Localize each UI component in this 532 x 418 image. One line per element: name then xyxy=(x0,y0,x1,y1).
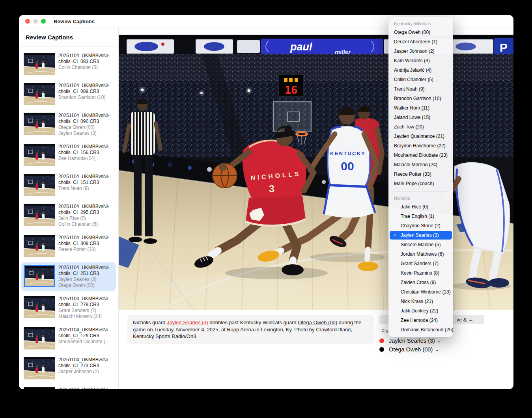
dropdown-item[interactable]: Mouhamed Dioubate (23) xyxy=(388,150,453,160)
dropdown-item[interactable]: Braydon Hawthorne (22) xyxy=(388,141,453,150)
dropdown-item[interactable]: Collin Chandler (5) xyxy=(388,75,453,84)
dropdown-item[interactable]: Grant Sanders (7) xyxy=(388,259,453,268)
dropdown-item[interactable]: Mark Pope (coach) xyxy=(388,179,453,188)
dropdown-item-label: Kam Williams (3) xyxy=(394,58,430,63)
thumbnail-player-tag: Jaylen Searles (3) xyxy=(58,277,109,282)
caption-segment: Nicholls guard xyxy=(133,320,167,325)
dropdown-item[interactable]: Nick Krass (21) xyxy=(388,297,453,306)
banner-text-miller: miller xyxy=(335,48,351,55)
photo-thumbnail xyxy=(24,53,55,75)
dropdown-item[interactable]: Brandon Garrison (10) xyxy=(388,94,453,103)
dropdown-item[interactable]: Jasper Johnson (2) xyxy=(388,46,453,56)
dropdown-item-label: Chaydon Stone (2) xyxy=(401,223,441,229)
dropdown-item[interactable]: Otega Oweh (00) xyxy=(388,28,453,37)
photo-thumbnail xyxy=(24,113,55,135)
zoom-button[interactable] xyxy=(41,19,46,24)
dropdown-item[interactable]: Malachi Moreno (24) xyxy=(388,160,453,169)
thumbnail-art xyxy=(24,327,55,349)
list-item[interactable]: 20251104_UKMBBvsNi-cholls_CI_090.CR3 Ote… xyxy=(21,110,116,139)
thumbnail-player-tag: Otega Oweh (00) xyxy=(58,282,109,288)
dropdown-item[interactable]: Chaydon Stone (2) xyxy=(388,221,453,230)
list-item[interactable]: 20251104_UKMBBvsNi-cholls_CI_273.CR3 Jas… xyxy=(21,355,116,382)
thumbnail-player-tag: Mouhamed Dioubate (… xyxy=(58,339,110,345)
list-item[interactable]: 20251104_UKMBBvsNi- xyxy=(21,385,116,389)
list-item[interactable]: 20251104_UKMBBvsNi-cholls_CI_151.CR3 Tre… xyxy=(21,171,116,199)
photo-thumbnail xyxy=(24,83,55,105)
thumbnail-players: Jasper Johnson (2) xyxy=(58,369,109,375)
thumbnail-players: Zee Hamoda (24) xyxy=(58,156,109,162)
thumbnail-art xyxy=(24,83,55,105)
dropdown-item-label: Jaylen Searles (3) xyxy=(401,232,439,238)
thumbnail-filename: 20251104_UKMBBvsNi-cholls_CI_279.CR3 xyxy=(58,296,109,308)
dropdown-item[interactable]: Sincere Malone (5) xyxy=(388,240,453,249)
dropdown-item[interactable]: Andrija Jelavić (4) xyxy=(388,65,453,75)
photo-thumbnail xyxy=(24,174,55,196)
player-selection-dropdown[interactable]: Jaylen Searles (3)⌄ xyxy=(379,337,441,345)
dropdown-item[interactable]: Zach Tow (20) xyxy=(388,122,453,132)
thumbnail-art xyxy=(24,357,55,379)
photo-thumbnail xyxy=(24,387,55,389)
list-item[interactable]: 20251104_UKMBBvsNi-cholls_CI_251.CR3 Jay… xyxy=(21,262,116,291)
list-item[interactable]: 20251104_UKMBBvsNi-cholls_CI_156.CR3 Zee… xyxy=(21,141,116,169)
list-item[interactable]: 20251104_UKMBBvsNi-cholls_CI_309.CR3 Ree… xyxy=(21,232,116,260)
dropdown-item[interactable]: Jalin Rice (0) xyxy=(388,202,453,212)
close-button[interactable] xyxy=(25,19,30,24)
dropdown-item-label: Walker Horn (11) xyxy=(394,105,429,111)
thumbnail-filename: 20251104_UKMBBvsNi-cholls_CI_151.CR3 xyxy=(58,174,109,186)
dropdown-item-label: Mouhamed Dioubate (23) xyxy=(394,152,448,158)
game-photo-art: paul miller P xyxy=(119,35,513,310)
dropdown-section-header: Kentucky Wildcats xyxy=(388,20,453,28)
dropdown-item[interactable]: Reece Potter (33) xyxy=(388,169,453,179)
list-item[interactable]: 20251104_UKMBBvsNi-cholls_CI_295.CR3 Jal… xyxy=(21,201,116,230)
dropdown-item-label: Trae English (1) xyxy=(401,214,434,219)
sidebar: Review Captions xyxy=(19,28,119,389)
thumbnail-filename: 20251104_UKMBBvsNi-cholls_CI_156.CR3 xyxy=(58,144,109,156)
dropdown-item[interactable]: Zee Hamoda (24) xyxy=(388,316,453,325)
dropdown-item[interactable]: Zaiden Cross (9) xyxy=(388,278,453,287)
minimize-button[interactable] xyxy=(33,19,38,24)
dropdown-item[interactable]: Kevin Pazmino (8) xyxy=(388,268,453,278)
thumbnail-player-tag: Otega Oweh (00) xyxy=(58,124,109,130)
caption-segment: dribbles past Kentucky Wildcats guard xyxy=(208,320,298,325)
dropdown-item[interactable]: Domanic Betancourt (25) xyxy=(388,325,453,334)
dropdown-item[interactable]: Jalik Dunkley (22) xyxy=(388,306,453,316)
dropdown-item[interactable]: Christian Winborne (13) xyxy=(388,287,453,297)
thumbnail-players: Otega Oweh (00)Jaylen Searles (3) xyxy=(58,124,109,136)
dropdown-item-label: Nick Krass (21) xyxy=(401,299,433,304)
caption-player-link[interactable]: Otega Oweh (00) xyxy=(298,320,337,325)
thumbnail-player-tag: Collin Chandler (5) xyxy=(58,65,109,71)
chevron-down-icon: ⌄ xyxy=(437,339,441,343)
dropdown-item[interactable]: Trent Noah (9) xyxy=(388,84,453,94)
dropdown-item[interactable]: Jordan Matthews (6) xyxy=(388,249,453,259)
dropdown-item-label: Christian Winborne (13) xyxy=(401,289,451,295)
caption-player-link[interactable]: Jaylen Searles (3) xyxy=(167,320,208,325)
thumbnail-players: Mouhamed Dioubate (… xyxy=(58,339,110,345)
list-item[interactable]: 20251104_UKMBBvsNi-cholls_CI_089.CR3 Bra… xyxy=(21,80,116,108)
dropdown-divider xyxy=(393,191,448,191)
thumbnail-meta: 20251104_UKMBBvsNi-cholls_CI_089.CR3 Bra… xyxy=(58,83,109,105)
dropdown-item-label: Otega Oweh (00) xyxy=(394,30,430,35)
dropdown-item-label: Jalik Dunkley (22) xyxy=(401,308,438,314)
dropdown-item-label: Jasper Johnson (2) xyxy=(394,48,435,54)
dropdown-item[interactable]: Denzel Aberdeen (1) xyxy=(388,37,453,46)
list-item[interactable]: 20251104_UKMBBvsNi-cholls_CI_129.CR3 Mou… xyxy=(21,325,116,352)
dropdown-item[interactable]: ✓Jaylen Searles (3) xyxy=(390,231,452,240)
thumbnail-player-tag: Brandon Garrison (10) xyxy=(58,95,109,100)
thumbnail-art xyxy=(24,174,55,196)
list-item[interactable]: 20251104_UKMBBvsNi-cholls_CI_083.CR3 Col… xyxy=(21,50,116,78)
dropdown-item-label: Brandon Garrison (10) xyxy=(394,96,441,101)
photo-thumbnail xyxy=(24,296,55,318)
thumbnail-list[interactable]: 20251104_UKMBBvsNi-cholls_CI_083.CR3 Col… xyxy=(19,46,118,389)
dropdown-item-label: Mark Pope (coach) xyxy=(394,181,434,186)
thumbnail-filename: 20251104_UKMBBvsNi-cholls_CI_295.CR3 xyxy=(58,204,109,216)
dropdown-item[interactable]: Trae English (1) xyxy=(388,212,453,221)
dropdown-item[interactable]: Jayden Quaintance (21) xyxy=(388,132,453,141)
dropdown-item[interactable]: Kam Williams (3) xyxy=(388,56,453,65)
list-item[interactable]: 20251104_UKMBBvsNi-cholls_CI_279.CR3 Gra… xyxy=(21,294,116,322)
dropdown-item[interactable]: Walker Horn (11) xyxy=(388,103,453,113)
player-selection-dropdown[interactable]: Otega Oweh (00)⌄ xyxy=(379,346,439,353)
thumbnail-player-tag: Collin Chandler (5) xyxy=(58,221,109,227)
dropdown-item[interactable]: Jaland Lowe (15) xyxy=(388,113,453,122)
photo-thumbnail xyxy=(24,204,55,226)
dropdown-item-label: Reece Potter (33) xyxy=(394,171,431,177)
